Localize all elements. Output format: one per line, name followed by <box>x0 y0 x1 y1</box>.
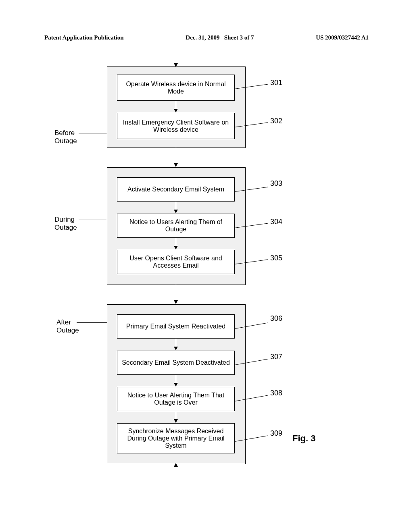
step-box-304: Notice to Users Alerting Them of Outage <box>117 214 235 238</box>
step-text-306: Primary Email System Reactivated <box>126 323 225 330</box>
step-number-302: 302 <box>270 117 282 125</box>
step-box-308: Notice to User Alerting Them That Outage… <box>117 387 235 411</box>
arrow-p2-p3 <box>176 284 176 303</box>
step-box-305: User Opens Client Software and Accesses … <box>117 250 235 274</box>
step-text-307: Secondary Email System Deactivated <box>122 359 230 366</box>
leader-during <box>79 220 107 220</box>
step-text-304: Notice to Users Alerting Them of Outage <box>121 218 230 233</box>
header-date: Dec. 31, 2009 <box>186 34 219 41</box>
step-box-309: Synchronize Messages Received During Out… <box>117 423 235 453</box>
arrow-exit <box>176 463 176 476</box>
step-text-301: Operate Wireless device in Normal Mode <box>121 81 230 95</box>
leader-before <box>79 133 107 133</box>
phase-label-after: After Outage <box>56 318 79 335</box>
step-number-304: 304 <box>270 218 282 226</box>
step-number-307: 307 <box>270 353 282 361</box>
step-box-301: Operate Wireless device in Normal Mode <box>117 75 235 101</box>
arrow-303-304 <box>176 202 176 213</box>
phase-label-during: During Outage <box>54 216 77 232</box>
step-text-305: User Opens Client Software and Accesses … <box>121 255 230 269</box>
arrow-307-308 <box>176 375 176 386</box>
step-text-308: Notice to User Alerting Them That Outage… <box>121 392 230 406</box>
arrow-301-302 <box>176 101 176 112</box>
step-box-307: Secondary Email System Deactivated <box>117 351 235 375</box>
step-number-305: 305 <box>270 254 282 262</box>
step-number-301: 301 <box>270 79 282 87</box>
arrow-304-305 <box>176 238 176 249</box>
step-text-309: Synchronize Messages Received During Out… <box>121 428 230 449</box>
header-sheet: Sheet 3 of 7 <box>224 34 254 41</box>
page-header: Patent Application Publication Dec. 31, … <box>0 34 413 41</box>
step-number-308: 308 <box>270 389 282 397</box>
header-date-sheet: Dec. 31, 2009 Sheet 3 of 7 <box>186 34 254 41</box>
header-pub-number: US 2009/0327442 A1 <box>316 34 369 41</box>
step-text-302: Install Emergency Client Software on Wir… <box>121 119 230 133</box>
step-box-303: Activate Secondary Email System <box>117 177 235 202</box>
arrow-entry <box>176 56 176 66</box>
arrow-306-307 <box>176 339 176 350</box>
step-number-306: 306 <box>270 314 282 323</box>
step-number-309: 309 <box>270 429 282 438</box>
header-pub-label: Patent Application Publication <box>44 34 124 41</box>
step-box-302: Install Emergency Client Software on Wir… <box>117 113 235 139</box>
arrow-308-309 <box>176 411 176 422</box>
arrow-p1-p2 <box>176 147 176 166</box>
phase-label-before: Before Outage <box>54 129 77 145</box>
step-text-303: Activate Secondary Email System <box>127 186 224 193</box>
step-box-306: Primary Email System Reactivated <box>117 314 235 339</box>
leader-after <box>77 322 107 323</box>
figure-label: Fig. 3 <box>292 433 315 444</box>
step-number-303: 303 <box>270 179 282 188</box>
